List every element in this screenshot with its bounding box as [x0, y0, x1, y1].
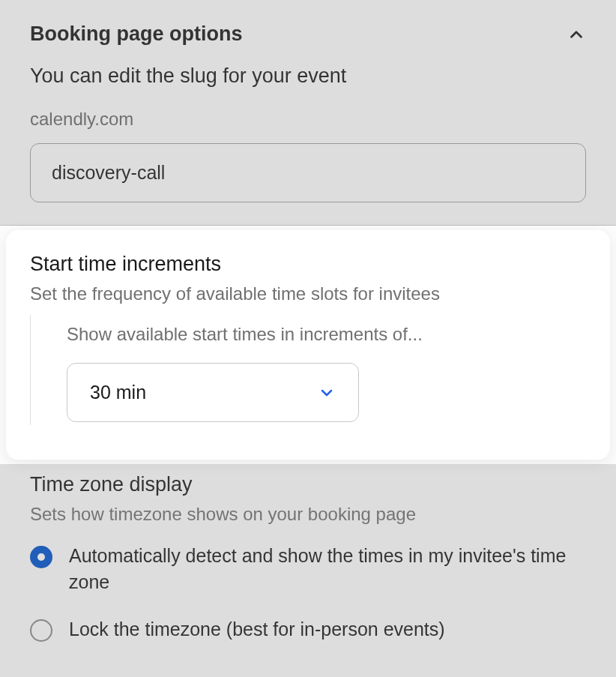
timezone-radio-lock[interactable]: Lock the timezone (best for in-person ev… [30, 616, 586, 643]
radio-unselected-icon [30, 619, 52, 642]
booking-section: Booking page options You can edit the sl… [0, 0, 616, 226]
slug-domain-label: calendly.com [30, 109, 586, 130]
chevron-down-icon [318, 384, 336, 402]
dropdown-value: 30 min [90, 382, 146, 403]
timezone-radio-auto[interactable]: Automatically detect and show the times … [30, 543, 586, 595]
increments-subtitle: Set the frequency of available time slot… [30, 283, 586, 304]
radio-selected-icon [30, 546, 52, 568]
increments-dropdown[interactable]: 30 min [67, 363, 359, 422]
radio-lock-label: Lock the timezone (best for in-person ev… [69, 616, 445, 643]
slug-input[interactable] [30, 143, 586, 202]
increments-label: Show available start times in increments… [67, 324, 586, 345]
start-time-increments-card: Start time increments Set the frequency … [6, 230, 610, 460]
timezone-subtitle: Sets how timezone shows on your booking … [30, 504, 586, 525]
section-divider [0, 225, 616, 226]
increments-title: Start time increments [30, 253, 586, 276]
chevron-up-icon[interactable] [567, 25, 586, 44]
radio-auto-label: Automatically detect and show the times … [69, 543, 586, 595]
booking-section-title: Booking page options [30, 22, 243, 46]
timezone-title: Time zone display [30, 473, 586, 496]
timezone-section: Time zone display Sets how timezone show… [0, 464, 616, 677]
slug-intro-text: You can edit the slug for your event [30, 64, 586, 88]
